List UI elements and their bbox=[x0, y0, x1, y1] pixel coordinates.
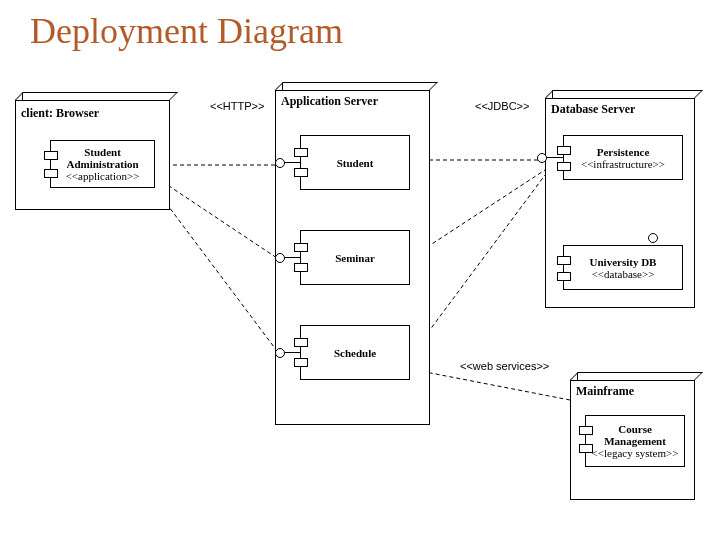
node-app-server-title: Application Server bbox=[281, 94, 378, 109]
node-mainframe-title: Mainframe bbox=[576, 384, 634, 399]
component-university-db-name: University DB bbox=[564, 256, 682, 268]
component-course-mgmt: Course Management <<legacy system>> bbox=[585, 415, 685, 467]
component-university-db-stereo: <<database>> bbox=[564, 268, 682, 280]
component-course-mgmt-name: Course Management bbox=[586, 423, 684, 447]
node-browser-title: client: Browser bbox=[21, 106, 99, 121]
component-student-admin-name: Student Administration bbox=[51, 146, 154, 170]
label-web-services: <<web services>> bbox=[460, 360, 549, 372]
svg-line-4 bbox=[415, 170, 545, 255]
component-persistence: Persistence <<infrastructure>> bbox=[563, 135, 683, 180]
diagram-canvas: client: Browser Student Administration <… bbox=[15, 70, 705, 520]
component-student-admin: Student Administration <<application>> bbox=[50, 140, 155, 188]
label-http: <<HTTP>> bbox=[210, 100, 264, 112]
node-db-server-title: Database Server bbox=[551, 102, 635, 117]
component-persistence-name: Persistence bbox=[564, 146, 682, 158]
component-schedule-name: Schedule bbox=[301, 347, 409, 359]
component-schedule: Schedule bbox=[300, 325, 410, 380]
component-persistence-stereo: <<infrastructure>> bbox=[564, 158, 682, 170]
component-student: Student bbox=[300, 135, 410, 190]
page-title: Deployment Diagram bbox=[30, 10, 343, 52]
label-jdbc-top: <<JDBC>> bbox=[475, 100, 529, 112]
component-student-admin-stereo: <<application>> bbox=[51, 170, 154, 182]
svg-line-5 bbox=[415, 175, 545, 350]
component-university-db: University DB <<database>> bbox=[563, 245, 683, 290]
component-seminar-name: Seminar bbox=[301, 252, 409, 264]
component-course-mgmt-stereo: <<legacy system>> bbox=[586, 447, 684, 459]
component-student-name: Student bbox=[301, 157, 409, 169]
component-seminar: Seminar bbox=[300, 230, 410, 285]
svg-line-6 bbox=[415, 370, 570, 400]
